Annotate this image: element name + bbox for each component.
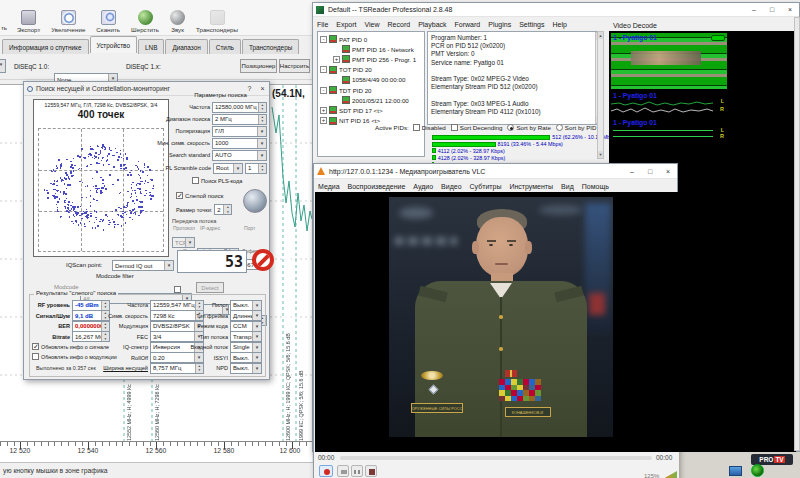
tray-icon-green[interactable] [751, 464, 764, 477]
scroll-up-icon[interactable]: ▲ [598, 32, 603, 39]
tree-item[interactable]: 1058/4/49 00:00:00 [333, 75, 422, 85]
positioner-button[interactable]: Позиционер [240, 59, 277, 73]
result-field[interactable]: Выкл. [230, 363, 262, 374]
result-field[interactable]: Выкл. [230, 300, 262, 311]
decoded-video-thumbnail[interactable]: 1 - Pyatigo 01 [611, 33, 727, 89]
toolbar-button[interactable]: Экспорт [13, 1, 44, 34]
audio-decode-panel-2[interactable]: 1 - Pyatigo 01 L R [611, 118, 727, 140]
tab[interactable]: Устройство [90, 36, 137, 53]
toolbar-button[interactable]: Звук [166, 1, 189, 34]
menu-item[interactable]: Playback [418, 21, 446, 28]
result-field[interactable]: Выкл. [230, 352, 262, 363]
maximize-button[interactable]: □ [763, 4, 781, 16]
pls-search-checkbox[interactable] [192, 177, 199, 184]
tab[interactable]: LNB [138, 39, 164, 54]
result-field[interactable]: Длинный [230, 310, 262, 321]
blind-search-checkbox-row[interactable]: Слепой поиск [176, 192, 223, 199]
detect-button[interactable]: Detect [196, 282, 224, 293]
point-size-stepper[interactable]: 2 [214, 204, 232, 215]
result-field[interactable]: 16,267 Мбит [72, 331, 110, 342]
param-field[interactable]: 1000 [212, 138, 267, 149]
tree-item[interactable]: - TOT PID 20 [320, 65, 422, 75]
sort-by-pid-radio[interactable] [556, 124, 563, 131]
update-signal-checkbox[interactable] [32, 343, 39, 350]
setup-button[interactable]: Настроить [279, 59, 310, 73]
tree-item[interactable]: 2001/05/21 12:00:00 [333, 95, 422, 105]
clipped-dropdown[interactable] [0, 59, 6, 73]
window-scrollbar[interactable] [794, 17, 800, 451]
tab[interactable]: Транспондеры [242, 39, 299, 54]
pl-value-stepper[interactable]: 1 [245, 163, 267, 174]
menu-item[interactable]: Export [336, 21, 356, 28]
menu-item[interactable]: Помощь [582, 183, 609, 190]
blind-search-checkbox[interactable] [176, 192, 183, 199]
tray-icon-blue[interactable] [729, 466, 742, 476]
ab-loop-button[interactable] [351, 465, 363, 477]
toolbar-button[interactable]: Сканить [92, 1, 124, 34]
menu-item[interactable]: Forward [455, 21, 481, 28]
close-button[interactable]: × [781, 4, 799, 16]
snapshot-button[interactable] [337, 465, 349, 477]
menu-item[interactable]: Инструменты [509, 183, 553, 190]
volume-wedge-icon[interactable] [661, 471, 677, 478]
menu-item[interactable]: Help [553, 21, 567, 28]
pls-search-checkbox-row[interactable]: Поиск PLS-кода [192, 177, 242, 184]
frame-by-frame-button[interactable] [365, 465, 377, 477]
tree-item[interactable]: - PAT PID 0 [320, 34, 422, 44]
tab[interactable]: Диапазон [165, 39, 207, 54]
protocol-select[interactable]: TCP [172, 237, 195, 248]
result-field[interactable]: -45 dBm [72, 300, 110, 311]
result-field[interactable]: 0,0000000 [72, 321, 110, 332]
tree-expander-icon[interactable]: + [333, 56, 340, 63]
param-field[interactable]: AUTO [212, 150, 267, 161]
tree-expander-icon[interactable]: + [320, 117, 327, 124]
param-field[interactable]: Г/Л [212, 126, 267, 137]
menu-item[interactable]: View [365, 21, 380, 28]
vlc-video-area[interactable]: ВООРУЖЕННЫЕ СИЛЫ РОССИИ КОНАШЕНКОВ И. [315, 192, 678, 452]
update-signal-row[interactable]: Обновлять инфо о сигнале [32, 343, 109, 350]
param-field[interactable]: 2 МГц [212, 114, 267, 125]
close-button[interactable]: × [659, 165, 677, 177]
tree-item[interactable]: PMT PID 16 - Network [333, 44, 422, 54]
tree-expander-icon[interactable]: - [320, 66, 327, 73]
menu-item[interactable]: Аудио [413, 183, 433, 190]
sort-descending-checkbox[interactable] [451, 124, 458, 131]
menu-item[interactable]: Медиа [318, 183, 340, 190]
menu-item[interactable]: Plugins [488, 21, 511, 28]
clipped-toolbar-button[interactable]: ть [1, 24, 7, 31]
result-field[interactable]: Single [230, 342, 262, 353]
menu-item[interactable]: Вид [561, 183, 574, 190]
menu-item[interactable]: Видео [441, 183, 461, 190]
minimize-button[interactable]: – [745, 4, 763, 16]
stop-icon[interactable] [252, 249, 274, 271]
tree-item[interactable]: + SDT PID 17 <t> [320, 105, 422, 115]
stream-to-file-checkbox[interactable] [174, 286, 181, 293]
tsreader-titlebar[interactable]: Default -- TSReader Professional 2.8.48 … [313, 3, 799, 17]
tree-item[interactable]: - TDT PID 20 [320, 85, 422, 95]
menu-item[interactable]: Record [388, 21, 411, 28]
tab[interactable]: Информация о спутнике [2, 39, 89, 54]
menu-item[interactable]: File [317, 21, 328, 28]
toolbar-button[interactable]: Увеличение [47, 1, 89, 34]
globe-icon[interactable] [243, 189, 267, 213]
tab[interactable]: Стиль [209, 39, 241, 54]
scroll-down-icon[interactable]: ▼ [598, 151, 603, 158]
result-field[interactable]: Transport [230, 331, 262, 342]
record-button[interactable] [319, 465, 333, 477]
minimize-button[interactable]: – [623, 165, 641, 177]
disabled-checkbox[interactable] [413, 124, 420, 131]
update-modulation-checkbox[interactable] [32, 353, 39, 360]
update-modulation-row[interactable]: Обновлять инфо о модуляции [32, 353, 117, 360]
tree-expander-icon[interactable]: - [320, 36, 327, 43]
result-field[interactable]: 9,1 dB [72, 310, 110, 321]
toolbar-button[interactable]: Шерстить [127, 1, 163, 34]
main-scrollbar[interactable]: ▲ ▼ [597, 31, 604, 159]
param-field[interactable]: 12580,000 МГц [212, 102, 267, 113]
vlc-titlebar[interactable]: http://127.0.0.1:1234 - Медиапроигрывате… [314, 164, 677, 179]
sort-by-rate-radio[interactable] [507, 124, 514, 131]
menu-item[interactable]: Субтитры [470, 183, 502, 190]
audio-decode-panel-1[interactable]: 1 - Pyatigo 01 L R [611, 91, 727, 115]
tree-expander-icon[interactable]: - [320, 87, 327, 94]
maximize-button[interactable]: □ [641, 165, 659, 177]
tree-expander-icon[interactable]: + [320, 107, 327, 114]
